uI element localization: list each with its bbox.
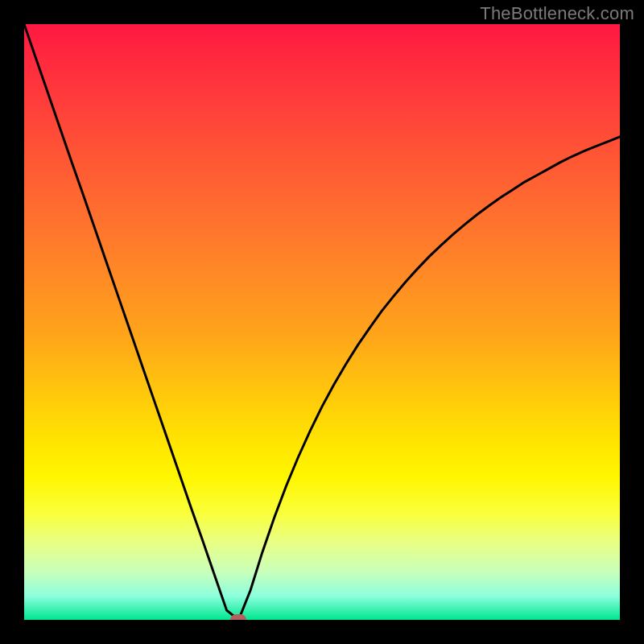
chart-curve-line — [24, 24, 620, 620]
frame-left — [0, 0, 24, 644]
frame-right — [620, 0, 644, 644]
chart-plot-area — [24, 24, 620, 620]
chart-marker-dot — [230, 614, 246, 620]
frame-bottom — [0, 620, 644, 644]
chart-curve-svg — [24, 24, 620, 620]
attribution-label: TheBottleneck.com — [480, 3, 634, 24]
